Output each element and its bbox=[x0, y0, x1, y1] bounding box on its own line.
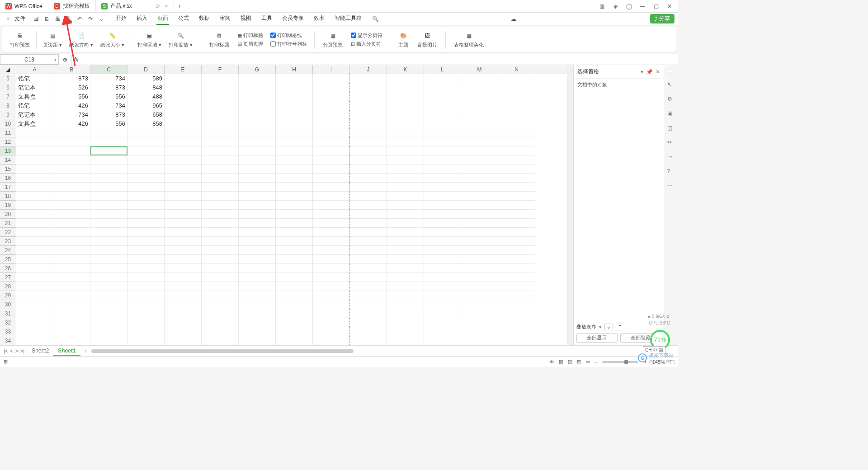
cell[interactable] bbox=[53, 128, 90, 137]
cell[interactable] bbox=[239, 164, 276, 174]
cell[interactable] bbox=[498, 273, 535, 282]
sheet-nav-first[interactable]: |< bbox=[4, 348, 8, 354]
cell[interactable] bbox=[127, 210, 165, 219]
cell[interactable] bbox=[276, 264, 313, 273]
cell[interactable] bbox=[387, 246, 424, 255]
horizontal-scrollbar[interactable] bbox=[91, 349, 675, 353]
undo-icon[interactable]: ↶ bbox=[75, 14, 84, 24]
ribbon-打印预览[interactable]: 🖶打印预览 bbox=[6, 31, 33, 49]
cell[interactable] bbox=[16, 273, 53, 282]
cell[interactable]: 426 bbox=[53, 119, 90, 128]
cell[interactable]: 铅笔 bbox=[16, 101, 53, 110]
cell[interactable] bbox=[313, 74, 350, 83]
pagebreak-view-icon[interactable]: ⊞ bbox=[577, 359, 581, 365]
cell[interactable] bbox=[387, 92, 424, 101]
cell[interactable] bbox=[461, 128, 498, 137]
ribbon-print-title-row[interactable]: ▦ 打印标题 bbox=[237, 32, 263, 39]
cell[interactable] bbox=[239, 237, 276, 246]
cell[interactable] bbox=[202, 309, 239, 318]
menu-效率[interactable]: 效率 bbox=[313, 13, 326, 25]
cell[interactable] bbox=[498, 237, 535, 246]
cell[interactable] bbox=[53, 183, 90, 192]
cell[interactable] bbox=[498, 128, 535, 137]
chevron-down-icon[interactable]: ▾ bbox=[641, 69, 643, 75]
cell[interactable] bbox=[90, 219, 127, 228]
cell[interactable] bbox=[165, 83, 202, 92]
cell[interactable] bbox=[350, 201, 387, 210]
cell[interactable] bbox=[350, 300, 387, 309]
cell[interactable] bbox=[127, 192, 165, 201]
book-icon[interactable]: ▭ bbox=[667, 154, 675, 162]
check-show-pagebreak[interactable]: 显示分页符 bbox=[351, 32, 382, 39]
cell[interactable] bbox=[276, 74, 313, 83]
cell[interactable] bbox=[424, 146, 461, 155]
cell[interactable] bbox=[424, 74, 461, 83]
cell[interactable] bbox=[424, 309, 461, 318]
row-header[interactable]: 28 bbox=[0, 282, 16, 291]
row-header[interactable]: 33 bbox=[0, 327, 16, 336]
col-header-N[interactable]: N bbox=[498, 65, 535, 74]
cell[interactable] bbox=[350, 192, 387, 201]
cell[interactable] bbox=[16, 327, 53, 336]
ribbon-打印缩放[interactable]: 🔍打印缩放 ▾ bbox=[165, 31, 196, 49]
cell[interactable] bbox=[239, 291, 276, 300]
cell[interactable] bbox=[202, 255, 239, 264]
cell[interactable] bbox=[424, 282, 461, 291]
col-header-L[interactable]: L bbox=[424, 65, 461, 74]
tab-document[interactable]: S 产品.xlsx ⟳ ✕ bbox=[96, 0, 174, 12]
spreadsheet-grid[interactable]: ◢ABCDEFGHIJKLMN 5铅笔8737345896笔记本52687384… bbox=[0, 65, 567, 345]
row-header[interactable]: 21 bbox=[0, 219, 16, 228]
menu-视图[interactable]: 视图 bbox=[240, 13, 252, 25]
cell[interactable]: 556 bbox=[90, 119, 127, 128]
cell[interactable] bbox=[424, 237, 461, 246]
cell[interactable] bbox=[165, 210, 202, 219]
cell[interactable] bbox=[424, 210, 461, 219]
row-header[interactable]: 8 bbox=[0, 101, 16, 110]
cell[interactable] bbox=[239, 219, 276, 228]
cell[interactable] bbox=[202, 128, 239, 137]
cell[interactable] bbox=[90, 155, 127, 164]
chevron-down-icon[interactable]: ⌄ bbox=[97, 14, 106, 24]
cell[interactable] bbox=[53, 291, 90, 300]
cell[interactable] bbox=[387, 282, 424, 291]
cell[interactable] bbox=[239, 201, 276, 210]
cell[interactable] bbox=[16, 146, 53, 155]
cell[interactable] bbox=[53, 228, 90, 237]
maximize-icon[interactable]: ▢ bbox=[653, 3, 659, 9]
cell[interactable] bbox=[90, 146, 127, 155]
cell[interactable] bbox=[276, 246, 313, 255]
cell[interactable] bbox=[498, 74, 535, 83]
cell[interactable] bbox=[90, 201, 127, 210]
cell[interactable] bbox=[498, 228, 535, 237]
col-header-D[interactable]: D bbox=[127, 65, 165, 74]
ribbon-打印区域[interactable]: ▣打印区域 ▾ bbox=[134, 31, 165, 49]
cell[interactable] bbox=[387, 336, 424, 345]
cell[interactable] bbox=[16, 164, 53, 174]
add-sheet[interactable]: ＋ bbox=[83, 347, 89, 355]
cell[interactable] bbox=[498, 192, 535, 201]
cell[interactable] bbox=[127, 246, 165, 255]
move-up-icon[interactable]: ⌃ bbox=[616, 324, 624, 330]
print-preview-icon[interactable]: 🔍 bbox=[64, 14, 73, 24]
cell[interactable]: 556 bbox=[53, 92, 90, 101]
cell[interactable] bbox=[387, 137, 424, 146]
cell[interactable] bbox=[424, 128, 461, 137]
cell[interactable] bbox=[461, 146, 498, 155]
cell[interactable] bbox=[350, 183, 387, 192]
more-icon[interactable]: ⋯ bbox=[667, 183, 675, 191]
cell[interactable] bbox=[387, 327, 424, 336]
cell[interactable] bbox=[202, 318, 239, 327]
cell[interactable] bbox=[387, 119, 424, 128]
cell[interactable] bbox=[239, 327, 276, 336]
cell[interactable] bbox=[127, 228, 165, 237]
cell[interactable] bbox=[202, 74, 239, 83]
cell[interactable] bbox=[387, 155, 424, 164]
cell[interactable] bbox=[202, 201, 239, 210]
cell[interactable] bbox=[90, 255, 127, 264]
cell[interactable] bbox=[387, 83, 424, 92]
cell[interactable] bbox=[498, 155, 535, 164]
cell[interactable] bbox=[16, 318, 53, 327]
row-header[interactable]: 24 bbox=[0, 246, 16, 255]
cell[interactable] bbox=[165, 300, 202, 309]
row-header[interactable]: 19 bbox=[0, 201, 16, 210]
